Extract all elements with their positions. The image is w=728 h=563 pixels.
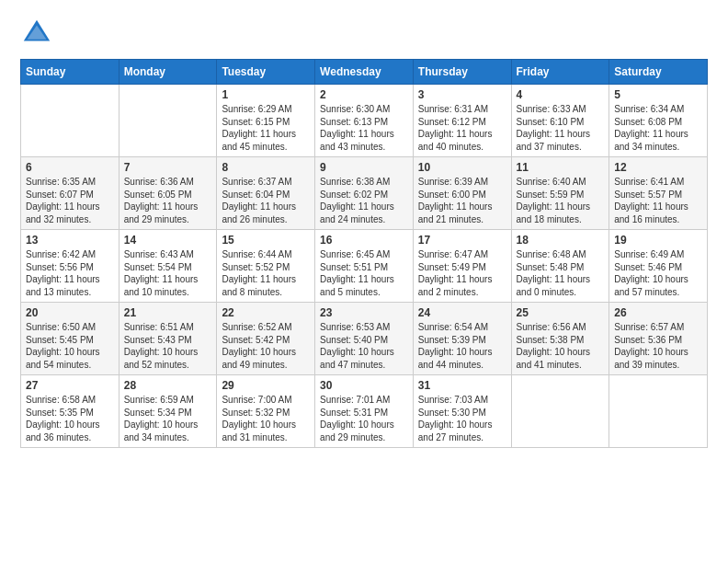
calendar-cell: 25Sunrise: 6:56 AMSunset: 5:38 PMDayligh… — [511, 303, 609, 375]
sunrise-text: Sunrise: 6:59 AM — [124, 395, 194, 405]
calendar-cell: 8Sunrise: 6:37 AMSunset: 6:04 PMDaylight… — [217, 157, 315, 230]
calendar-cell: 27Sunrise: 6:58 AMSunset: 5:35 PMDayligh… — [21, 375, 119, 448]
sunrise-text: Sunrise: 6:45 AM — [320, 249, 390, 259]
week-row-3: 13Sunrise: 6:42 AMSunset: 5:56 PMDayligh… — [21, 230, 708, 303]
sunrise-text: Sunrise: 6:29 AM — [222, 104, 291, 114]
daylight-text: Daylight: 11 hours and 13 minutes. — [26, 274, 100, 297]
day-number: 8 — [222, 161, 310, 174]
cell-info: Sunrise: 6:49 AMSunset: 5:46 PMDaylight:… — [614, 248, 702, 298]
day-number: 5 — [614, 88, 702, 101]
sunrise-text: Sunrise: 7:01 AM — [320, 395, 390, 405]
sunset-text: Sunset: 5:39 PM — [418, 335, 486, 345]
cell-info: Sunrise: 6:37 AMSunset: 6:04 PMDaylight:… — [222, 176, 310, 225]
col-header-monday: Monday — [119, 60, 217, 85]
daylight-text: Daylight: 10 hours and 41 minutes. — [517, 347, 591, 370]
calendar-cell: 29Sunrise: 7:00 AMSunset: 5:32 PMDayligh… — [217, 375, 315, 448]
calendar-cell: 9Sunrise: 6:38 AMSunset: 6:02 PMDaylight… — [315, 157, 414, 230]
cell-info: Sunrise: 6:36 AMSunset: 6:05 PMDaylight:… — [124, 176, 212, 225]
sunset-text: Sunset: 5:43 PM — [124, 335, 192, 345]
week-row-2: 6Sunrise: 6:35 AMSunset: 6:07 PMDaylight… — [21, 157, 708, 230]
sunrise-text: Sunrise: 6:44 AM — [222, 249, 291, 259]
week-row-4: 20Sunrise: 6:50 AMSunset: 5:45 PMDayligh… — [21, 303, 708, 375]
day-number: 18 — [517, 234, 605, 247]
daylight-text: Daylight: 11 hours and 34 minutes. — [614, 129, 688, 152]
sunset-text: Sunset: 5:59 PM — [517, 190, 585, 200]
sunset-text: Sunset: 5:35 PM — [26, 408, 94, 418]
sunset-text: Sunset: 6:12 PM — [418, 117, 486, 127]
day-number: 24 — [418, 306, 506, 319]
daylight-text: Daylight: 11 hours and 24 minutes. — [320, 201, 394, 224]
sunrise-text: Sunrise: 6:54 AM — [418, 322, 488, 332]
calendar-cell: 30Sunrise: 7:01 AMSunset: 5:31 PMDayligh… — [315, 375, 414, 448]
cell-info: Sunrise: 6:57 AMSunset: 5:36 PMDaylight:… — [614, 321, 702, 371]
sunrise-text: Sunrise: 6:50 AM — [26, 322, 96, 332]
sunset-text: Sunset: 5:32 PM — [222, 408, 290, 418]
sunrise-text: Sunrise: 6:43 AM — [124, 249, 194, 259]
cell-info: Sunrise: 6:40 AMSunset: 5:59 PMDaylight:… — [517, 176, 605, 225]
daylight-text: Daylight: 11 hours and 29 minutes. — [124, 201, 199, 224]
col-header-wednesday: Wednesday — [315, 60, 414, 85]
daylight-text: Daylight: 10 hours and 54 minutes. — [26, 347, 100, 370]
day-number: 7 — [124, 161, 212, 174]
cell-info: Sunrise: 6:38 AMSunset: 6:02 PMDaylight:… — [320, 176, 408, 225]
week-row-5: 27Sunrise: 6:58 AMSunset: 5:35 PMDayligh… — [21, 375, 708, 448]
sunset-text: Sunset: 5:38 PM — [517, 335, 585, 345]
day-number: 16 — [320, 234, 408, 247]
sunrise-text: Sunrise: 6:48 AM — [517, 249, 586, 259]
day-number: 17 — [418, 234, 506, 247]
sunrise-text: Sunrise: 6:37 AM — [222, 177, 291, 187]
sunset-text: Sunset: 5:34 PM — [124, 408, 192, 418]
daylight-text: Daylight: 11 hours and 40 minutes. — [418, 129, 493, 152]
day-number: 1 — [222, 88, 310, 101]
day-number: 2 — [320, 88, 408, 101]
cell-info: Sunrise: 6:45 AMSunset: 5:51 PMDaylight:… — [320, 248, 408, 298]
daylight-text: Daylight: 10 hours and 52 minutes. — [124, 347, 199, 370]
day-number: 19 — [614, 234, 702, 247]
cell-info: Sunrise: 6:47 AMSunset: 5:49 PMDaylight:… — [418, 248, 506, 298]
sunrise-text: Sunrise: 6:34 AM — [614, 104, 684, 114]
calendar-cell: 11Sunrise: 6:40 AMSunset: 5:59 PMDayligh… — [511, 157, 609, 230]
logo-icon — [20, 17, 53, 50]
cell-info: Sunrise: 6:34 AMSunset: 6:08 PMDaylight:… — [614, 103, 702, 153]
daylight-text: Daylight: 11 hours and 18 minutes. — [517, 201, 591, 224]
sunrise-text: Sunrise: 6:58 AM — [26, 395, 96, 405]
cell-info: Sunrise: 6:39 AMSunset: 6:00 PMDaylight:… — [418, 176, 506, 225]
sunset-text: Sunset: 6:15 PM — [222, 117, 290, 127]
calendar-cell: 18Sunrise: 6:48 AMSunset: 5:48 PMDayligh… — [511, 230, 609, 303]
daylight-text: Daylight: 10 hours and 31 minutes. — [222, 419, 296, 442]
cell-info: Sunrise: 6:30 AMSunset: 6:13 PMDaylight:… — [320, 103, 408, 153]
sunrise-text: Sunrise: 6:38 AM — [320, 177, 390, 187]
calendar-cell: 3Sunrise: 6:31 AMSunset: 6:12 PMDaylight… — [413, 85, 511, 157]
sunset-text: Sunset: 5:31 PM — [320, 408, 388, 418]
day-number: 25 — [517, 306, 605, 319]
cell-info: Sunrise: 6:50 AMSunset: 5:45 PMDaylight:… — [26, 321, 114, 371]
sunrise-text: Sunrise: 6:33 AM — [517, 104, 586, 114]
col-header-friday: Friday — [511, 60, 609, 85]
sunrise-text: Sunrise: 6:52 AM — [222, 322, 291, 332]
sunrise-text: Sunrise: 6:49 AM — [614, 249, 684, 259]
day-number: 31 — [418, 379, 506, 392]
calendar-cell — [609, 375, 708, 448]
calendar-cell: 21Sunrise: 6:51 AMSunset: 5:43 PMDayligh… — [119, 303, 217, 375]
calendar-cell: 22Sunrise: 6:52 AMSunset: 5:42 PMDayligh… — [217, 303, 315, 375]
cell-info: Sunrise: 6:43 AMSunset: 5:54 PMDaylight:… — [124, 248, 212, 298]
cell-info: Sunrise: 6:53 AMSunset: 5:40 PMDaylight:… — [320, 321, 408, 371]
calendar-cell — [21, 85, 119, 157]
day-number: 13 — [26, 234, 114, 247]
calendar-cell: 28Sunrise: 6:59 AMSunset: 5:34 PMDayligh… — [119, 375, 217, 448]
daylight-text: Daylight: 11 hours and 2 minutes. — [418, 274, 493, 297]
day-number: 28 — [124, 379, 212, 392]
sunrise-text: Sunrise: 6:51 AM — [124, 322, 194, 332]
calendar-cell: 31Sunrise: 7:03 AMSunset: 5:30 PMDayligh… — [413, 375, 511, 448]
day-number: 3 — [418, 88, 506, 101]
daylight-text: Daylight: 10 hours and 29 minutes. — [320, 419, 394, 442]
calendar-cell: 12Sunrise: 6:41 AMSunset: 5:57 PMDayligh… — [609, 157, 708, 230]
cell-info: Sunrise: 6:59 AMSunset: 5:34 PMDaylight:… — [124, 394, 212, 443]
sunrise-text: Sunrise: 6:57 AM — [614, 322, 684, 332]
sunset-text: Sunset: 6:02 PM — [320, 190, 388, 200]
logo — [20, 17, 57, 50]
daylight-text: Daylight: 11 hours and 43 minutes. — [320, 129, 394, 152]
daylight-text: Daylight: 11 hours and 10 minutes. — [124, 274, 199, 297]
daylight-text: Daylight: 10 hours and 57 minutes. — [614, 274, 688, 297]
sunset-text: Sunset: 5:36 PM — [614, 335, 682, 345]
